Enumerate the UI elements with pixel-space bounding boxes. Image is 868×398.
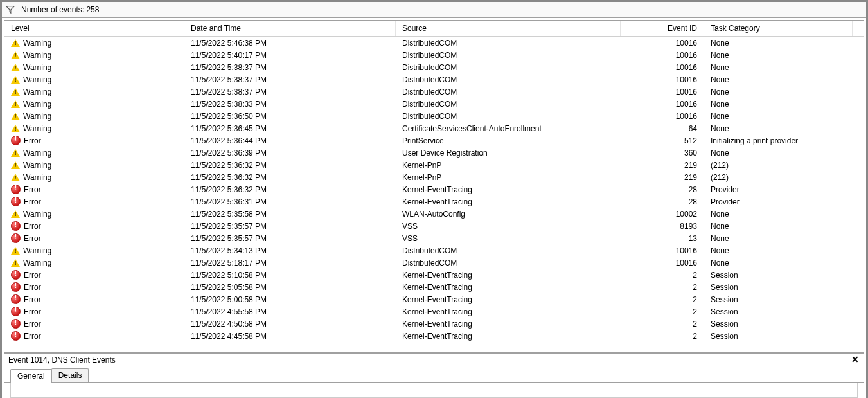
warning-icon (11, 51, 20, 59)
warning-icon (11, 259, 20, 267)
warning-icon (11, 88, 20, 96)
table-row[interactable]: Error11/5/2022 5:10:58 PMKernel-EventTra… (4, 269, 864, 281)
cell-date: 11/5/2022 5:35:57 PM (184, 234, 396, 243)
table-row[interactable]: Error11/5/2022 5:05:58 PMKernel-EventTra… (4, 281, 864, 293)
cell-source: DistributedCOM (396, 63, 621, 72)
table-row[interactable]: Error11/5/2022 4:50:58 PMKernel-EventTra… (4, 318, 864, 330)
cell-date: 11/5/2022 5:36:39 PM (184, 149, 396, 158)
cell-date: 11/5/2022 5:40:17 PM (184, 51, 396, 60)
cell-date: 11/5/2022 4:45:58 PM (184, 332, 396, 341)
table-row[interactable]: Warning11/5/2022 5:38:37 PMDistributedCO… (4, 73, 864, 86)
table-row[interactable]: Warning11/5/2022 5:35:58 PMWLAN-AutoConf… (4, 208, 864, 220)
cell-source: DistributedCOM (396, 87, 621, 96)
close-icon[interactable]: ✕ (851, 356, 860, 365)
warning-icon (11, 64, 20, 71)
cell-task: None (704, 112, 864, 121)
error-icon (11, 197, 21, 206)
level-text: Warning (23, 173, 51, 182)
table-row[interactable]: Warning11/5/2022 5:36:45 PMCertificateSe… (4, 122, 864, 134)
table-row[interactable]: Warning11/5/2022 5:38:37 PMDistributedCO… (4, 61, 864, 73)
event-count-label: Number of events: 258 (21, 5, 99, 14)
cell-event-id: 2 (621, 271, 704, 280)
col-header-task[interactable]: Task Category (704, 21, 853, 36)
cell-level: Error (4, 319, 184, 329)
warning-icon (11, 100, 20, 108)
table-row[interactable]: Warning11/5/2022 5:36:32 PMKernel-PnP219… (4, 171, 864, 183)
cell-event-id: 10016 (621, 246, 704, 255)
level-text: Warning (23, 149, 51, 158)
cell-level: Warning (4, 210, 184, 219)
cell-source: WLAN-AutoConfig (396, 210, 621, 219)
table-row[interactable]: Warning11/5/2022 5:36:39 PMUser Device R… (4, 147, 864, 159)
error-icon (11, 270, 21, 280)
table-row[interactable]: Error11/5/2022 4:45:58 PMKernel-EventTra… (4, 330, 864, 342)
cell-event-id: 512 (621, 136, 704, 145)
table-row[interactable]: Error11/5/2022 5:36:32 PMKernel-EventTra… (4, 183, 864, 195)
cell-level: Error (4, 136, 184, 145)
table-row[interactable]: Warning11/5/2022 5:34:13 PMDistributedCO… (4, 244, 864, 257)
cell-event-id: 28 (621, 197, 704, 206)
cell-task: Session (704, 320, 864, 329)
table-row[interactable]: Error11/5/2022 5:35:57 PMVSS8193None (4, 220, 864, 232)
cell-event-id: 2 (621, 283, 704, 292)
col-header-id[interactable]: Event ID (621, 21, 704, 36)
warning-icon (11, 125, 20, 132)
cell-level: Warning (4, 124, 184, 133)
table-row[interactable]: Warning11/5/2022 5:38:37 PMDistributedCO… (4, 86, 864, 98)
cell-level: Error (4, 185, 184, 194)
tab-general[interactable]: General (10, 369, 52, 383)
cell-event-id: 10016 (621, 87, 704, 96)
warning-icon (11, 149, 20, 157)
level-text: Warning (23, 246, 51, 255)
col-header-source[interactable]: Source (396, 21, 621, 36)
col-header-level[interactable]: Level (4, 21, 184, 36)
col-header-date[interactable]: Date and Time (184, 21, 396, 36)
table-row[interactable]: Error11/5/2022 4:55:58 PMKernel-EventTra… (4, 305, 864, 318)
cell-level: Error (4, 197, 184, 206)
cell-event-id: 13 (621, 234, 704, 243)
cell-source: DistributedCOM (396, 75, 621, 84)
cell-task: (212) (704, 161, 864, 170)
cell-event-id: 10016 (621, 75, 704, 84)
filter-icon[interactable] (6, 5, 15, 14)
cell-level: Warning (4, 246, 184, 255)
cell-source: Kernel-EventTracing (396, 332, 621, 341)
table-row[interactable]: Error11/5/2022 5:35:57 PMVSS13None (4, 232, 864, 244)
cell-level: Error (4, 307, 184, 316)
cell-date: 11/5/2022 5:46:38 PM (184, 39, 396, 48)
cell-task: Session (704, 295, 864, 304)
cell-event-id: 10016 (621, 63, 704, 72)
cell-task: None (704, 246, 864, 255)
cell-date: 11/5/2022 5:38:33 PM (184, 100, 396, 109)
table-row[interactable]: Warning11/5/2022 5:40:17 PMDistributedCO… (4, 49, 864, 61)
warning-icon (11, 76, 20, 84)
level-text: Error (24, 197, 41, 206)
cell-event-id: 8193 (621, 222, 704, 231)
table-row[interactable]: Error11/5/2022 5:36:44 PMPrintService512… (4, 134, 864, 147)
cell-source: DistributedCOM (396, 258, 621, 267)
cell-date: 11/5/2022 5:36:31 PM (184, 197, 396, 206)
cell-level: Error (4, 331, 184, 341)
cell-event-id: 2 (621, 332, 704, 341)
cell-level: Warning (4, 161, 184, 170)
table-row[interactable]: Warning11/5/2022 5:38:33 PMDistributedCO… (4, 98, 864, 110)
tab-details[interactable]: Details (51, 368, 89, 382)
table-row[interactable]: Error11/5/2022 5:00:58 PMKernel-EventTra… (4, 293, 864, 305)
grid-body[interactable]: Warning11/5/2022 5:46:38 PMDistributedCO… (4, 37, 864, 350)
cell-level: Warning (4, 173, 184, 182)
level-text: Error (24, 283, 41, 292)
cell-source: DistributedCOM (396, 246, 621, 255)
cell-task: None (704, 63, 864, 72)
table-row[interactable]: Warning11/5/2022 5:36:50 PMDistributedCO… (4, 110, 864, 122)
table-row[interactable]: Warning11/5/2022 5:36:32 PMKernel-PnP219… (4, 159, 864, 171)
cell-date: 11/5/2022 5:36:32 PM (184, 161, 396, 170)
level-text: Error (24, 222, 41, 231)
cell-source: PrintService (396, 136, 621, 145)
table-row[interactable]: Warning11/5/2022 5:46:38 PMDistributedCO… (4, 37, 864, 49)
table-row[interactable]: Warning11/5/2022 5:18:17 PMDistributedCO… (4, 257, 864, 269)
cell-task: None (704, 234, 864, 243)
cell-task: None (704, 124, 864, 133)
table-row[interactable]: Error11/5/2022 5:36:31 PMKernel-EventTra… (4, 195, 864, 208)
cell-level: Warning (4, 87, 184, 96)
cell-source: VSS (396, 222, 621, 231)
